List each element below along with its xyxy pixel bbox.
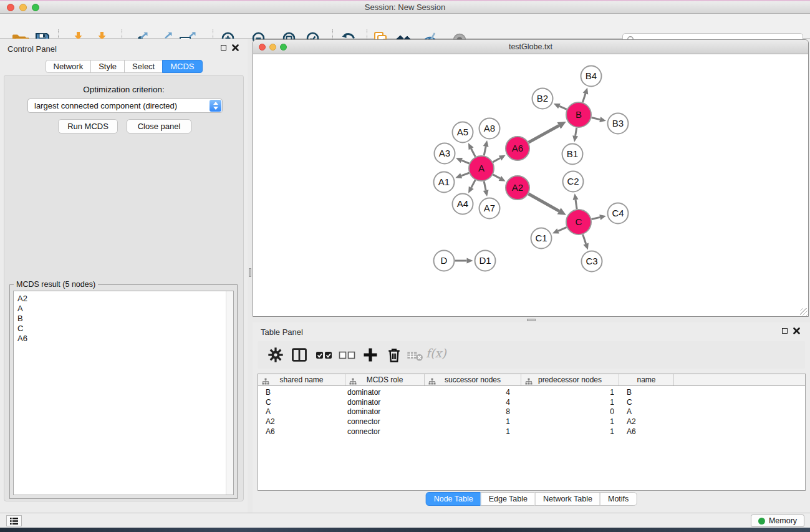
column-header-shared-name[interactable]: shared name: [258, 374, 345, 385]
graph-edge-A-A5[interactable]: [471, 148, 476, 157]
deselect-all-button[interactable]: [337, 346, 360, 364]
graph-edge-A6-B[interactable]: [529, 125, 559, 142]
column-header-mcds-role[interactable]: MCDS role: [345, 374, 425, 385]
result-item-a6[interactable]: A6: [17, 334, 233, 344]
graph-node-label-A4: A4: [457, 198, 468, 209]
splitter-grip[interactable]: [527, 319, 536, 321]
vertical-splitter[interactable]: [248, 39, 253, 513]
memory-button[interactable]: Memory: [751, 515, 804, 527]
optimization-criterion-label: Optimization criterion:: [4, 85, 243, 94]
cell-successor-nodes[interactable]: 4: [425, 388, 521, 398]
add-column-button[interactable]: [362, 346, 380, 364]
cell-successor-nodes[interactable]: 4: [425, 398, 521, 408]
cell-predecessor-nodes[interactable]: 1: [521, 417, 619, 427]
cell-mcds-role[interactable]: dominator: [345, 398, 425, 408]
graph-edge-B-B3[interactable]: [591, 118, 600, 120]
horizontal-splitter[interactable]: [253, 317, 810, 322]
column-header-predecessor-nodes[interactable]: predecessor nodes: [521, 374, 619, 385]
graph-edge-B-B1[interactable]: [576, 128, 577, 136]
graph-edge-A-A7[interactable]: [484, 181, 486, 191]
cell-name[interactable]: B: [619, 388, 674, 398]
delete-table-button[interactable]: [406, 346, 425, 364]
graph-node-label-A2: A2: [512, 182, 523, 193]
column-header-successor-nodes[interactable]: successor nodes: [425, 374, 521, 385]
graph-edge-B-B4[interactable]: [582, 94, 585, 102]
result-list-scrollbar[interactable]: [226, 291, 233, 495]
graph-edge-A-A3[interactable]: [461, 160, 469, 163]
graph-edge-B-B2[interactable]: [559, 106, 567, 109]
tab-network[interactable]: Network: [45, 60, 91, 73]
result-item-c[interactable]: C: [17, 324, 233, 334]
column-header-name[interactable]: name: [619, 374, 674, 385]
cell-mcds-role[interactable]: dominator: [345, 407, 425, 417]
graph-node-label-A5: A5: [457, 127, 468, 137]
tab-edge-table[interactable]: Edge Table: [481, 492, 536, 506]
result-item-a2[interactable]: A2: [17, 294, 233, 304]
cell-predecessor-nodes[interactable]: 1: [521, 388, 619, 398]
close-panel-icon[interactable]: [232, 44, 239, 51]
graph-edge-C-C4[interactable]: [591, 217, 600, 219]
cell-predecessor-nodes[interactable]: 0: [521, 407, 619, 417]
graph-edge-A-A1[interactable]: [461, 173, 470, 176]
cell-shared-name[interactable]: C: [258, 398, 345, 408]
graph-edge-A-A4[interactable]: [471, 180, 475, 188]
graph-edge-A-A8[interactable]: [484, 147, 486, 156]
graph-edge-A2-C[interactable]: [528, 194, 559, 211]
graph-node-label-B3: B3: [612, 118, 624, 128]
graph-edge-C-C1[interactable]: [558, 227, 567, 231]
cell-name[interactable]: A6: [619, 427, 674, 437]
cell-name[interactable]: A2: [619, 417, 674, 427]
cell-predecessor-nodes[interactable]: 1: [521, 427, 619, 437]
cell-successor-nodes[interactable]: 1: [425, 417, 521, 427]
delete-column-button[interactable]: [385, 346, 404, 364]
splitter-grip[interactable]: [249, 268, 251, 277]
close-panel-button[interactable]: Close panel: [127, 119, 191, 133]
task-history-button[interactable]: [6, 515, 22, 526]
graph-edge-A-A6[interactable]: [493, 158, 500, 162]
tab-network-table[interactable]: Network Table: [535, 492, 600, 506]
cell-shared-name[interactable]: B: [258, 388, 345, 398]
float-panel-icon[interactable]: [221, 45, 226, 51]
close-panel-icon[interactable]: [793, 327, 800, 334]
table-row-a[interactable]: Adominator80A: [258, 407, 805, 417]
cell-mcds-role[interactable]: dominator: [345, 388, 425, 398]
cell-name[interactable]: A: [619, 407, 674, 417]
table-row-b[interactable]: Bdominator41B: [258, 388, 805, 398]
graph-edge-C-C3[interactable]: [583, 235, 586, 244]
table-settings-button[interactable]: [267, 346, 286, 364]
network-graph: AA1A3A4A5A7A8A6A2BB1B2B3B4CC1C2C3C4DD1: [253, 54, 808, 316]
table-row-a6[interactable]: A6connector11A6: [258, 427, 805, 437]
cell-successor-nodes[interactable]: 8: [425, 407, 521, 417]
run-mcds-button[interactable]: Run MCDS: [58, 119, 118, 133]
cell-successor-nodes[interactable]: 1: [425, 427, 521, 437]
arrowhead-icon: [599, 215, 606, 220]
tab-style[interactable]: Style: [90, 60, 125, 73]
table-row-c[interactable]: Cdominator41C: [258, 398, 805, 408]
tab-mcds[interactable]: MCDS: [162, 60, 202, 73]
resize-corner[interactable]: [800, 308, 808, 316]
gear-icon: [267, 346, 284, 364]
cell-shared-name[interactable]: A6: [258, 427, 345, 437]
result-item-b[interactable]: B: [17, 314, 233, 324]
float-panel-icon[interactable]: [782, 328, 788, 334]
tab-select[interactable]: Select: [124, 60, 163, 73]
table-row-a2[interactable]: A2connector11A2: [258, 417, 805, 427]
graph-edge-A-A2[interactable]: [493, 175, 500, 178]
tab-motifs[interactable]: Motifs: [600, 492, 637, 506]
column-label: MCDS role: [367, 375, 403, 384]
cell-name[interactable]: C: [619, 398, 674, 408]
select-all-button[interactable]: [314, 346, 337, 364]
result-item-a[interactable]: A: [17, 304, 233, 314]
graph-edge-C-C2[interactable]: [576, 200, 577, 209]
tab-node-table[interactable]: Node Table: [426, 492, 481, 506]
function-builder-button[interactable]: f(x): [426, 346, 453, 364]
cell-mcds-role[interactable]: connector: [345, 417, 425, 427]
show-columns-button[interactable]: [291, 346, 309, 364]
cell-shared-name[interactable]: A: [258, 407, 345, 417]
cell-predecessor-nodes[interactable]: 1: [521, 398, 619, 408]
criterion-select[interactable]: largest connected component (directed): [27, 99, 223, 113]
cell-shared-name[interactable]: A2: [258, 417, 345, 427]
cell-mcds-role[interactable]: connector: [345, 427, 425, 437]
network-canvas[interactable]: AA1A3A4A5A7A8A6A2BB1B2B3B4CC1C2C3C4DD1: [253, 54, 808, 316]
arrowhead-icon: [599, 117, 606, 122]
